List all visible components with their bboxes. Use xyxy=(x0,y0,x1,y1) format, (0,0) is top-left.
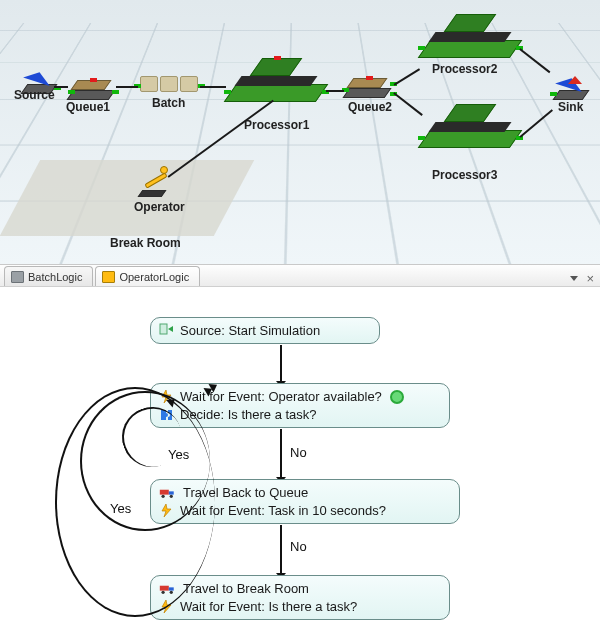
flow-text: Decide: Is there a task? xyxy=(180,407,317,422)
link-batch-proc1 xyxy=(200,86,226,88)
operator-node[interactable] xyxy=(138,168,182,202)
processor3-label: Processor3 xyxy=(432,168,497,182)
flow-arc-back4 xyxy=(55,387,215,617)
tabs-bar: BatchLogic OperatorLogic × xyxy=(0,264,600,286)
tab-batchlogic[interactable]: BatchLogic xyxy=(4,266,93,286)
flow-node-start[interactable]: Source: Start Simulation xyxy=(150,317,380,344)
tab-label: OperatorLogic xyxy=(119,271,189,283)
processor2-label: Processor2 xyxy=(432,62,497,76)
tab-operatorlogic[interactable]: OperatorLogic xyxy=(95,266,200,286)
model-3d-view[interactable]: Source Queue1 Batch Processor1 Queue2 xyxy=(0,0,600,264)
source-label: Source xyxy=(14,88,55,102)
flow-text: Travel to Break Room xyxy=(183,581,309,596)
queue2-node[interactable] xyxy=(342,66,398,100)
flow-label-no1: No xyxy=(290,445,307,460)
processor1-label: Processor1 xyxy=(244,118,309,132)
flow-arrow-2-3 xyxy=(280,429,282,477)
tabs-close-button[interactable]: × xyxy=(586,271,594,286)
operator-label: Operator xyxy=(134,200,185,214)
batch-node[interactable] xyxy=(138,66,204,100)
queue-icon xyxy=(11,271,24,283)
truck-icon xyxy=(102,271,115,283)
tab-label: BatchLogic xyxy=(28,271,82,283)
link-source-queue1 xyxy=(54,86,68,88)
breakroom-label: Break Room xyxy=(110,236,181,250)
source-icon xyxy=(159,323,174,338)
flow-label-no2: No xyxy=(290,539,307,554)
queue1-node[interactable] xyxy=(66,68,120,102)
flow-node-travel-break[interactable]: Travel to Break Room Wait for Event: Is … xyxy=(150,575,450,620)
flow-arrow-3-4 xyxy=(280,525,282,573)
batch-label: Batch xyxy=(152,96,185,110)
sink-label: Sink xyxy=(558,100,583,114)
queue1-label: Queue1 xyxy=(66,100,110,114)
flow-arrow-1-2 xyxy=(280,345,282,381)
flowchart-canvas[interactable]: Source: Start Simulation Wait for Event:… xyxy=(0,286,600,643)
flow-text: Wait for Event: Is there a task? xyxy=(180,599,357,614)
breakroom-floor xyxy=(0,160,254,236)
tabs-dropdown-icon[interactable] xyxy=(570,276,578,281)
queue2-label: Queue2 xyxy=(348,100,392,114)
svg-rect-0 xyxy=(160,324,167,334)
flow-text: Source: Start Simulation xyxy=(180,323,320,338)
link-queue1-batch xyxy=(116,86,138,88)
green-dot-icon xyxy=(390,390,404,404)
link-proc1-queue2 xyxy=(326,90,344,92)
processor3-node[interactable] xyxy=(418,100,526,164)
processor1-node[interactable] xyxy=(224,54,332,118)
